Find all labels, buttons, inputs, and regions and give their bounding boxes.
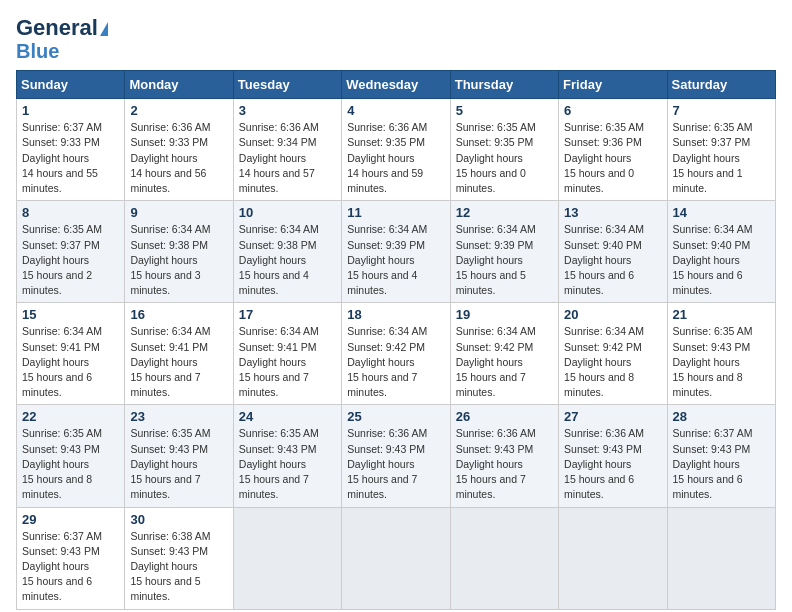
day-info: Sunrise: 6:34 AMSunset: 9:40 PMDaylight …: [564, 222, 661, 298]
day-number: 5: [456, 103, 553, 118]
calendar-cell: 8Sunrise: 6:35 AMSunset: 9:37 PMDaylight…: [17, 201, 125, 303]
day-info: Sunrise: 6:35 AMSunset: 9:43 PMDaylight …: [22, 426, 119, 502]
day-number: 10: [239, 205, 336, 220]
day-number: 19: [456, 307, 553, 322]
calendar-cell: 28Sunrise: 6:37 AMSunset: 9:43 PMDayligh…: [667, 405, 775, 507]
day-number: 6: [564, 103, 661, 118]
day-info: Sunrise: 6:36 AMSunset: 9:33 PMDaylight …: [130, 120, 227, 196]
calendar-cell: 26Sunrise: 6:36 AMSunset: 9:43 PMDayligh…: [450, 405, 558, 507]
calendar-cell: 15Sunrise: 6:34 AMSunset: 9:41 PMDayligh…: [17, 303, 125, 405]
weekday-header-cell: Wednesday: [342, 71, 450, 99]
calendar-table: SundayMondayTuesdayWednesdayThursdayFrid…: [16, 70, 776, 609]
day-number: 16: [130, 307, 227, 322]
day-info: Sunrise: 6:35 AMSunset: 9:37 PMDaylight …: [673, 120, 770, 196]
day-number: 26: [456, 409, 553, 424]
day-number: 3: [239, 103, 336, 118]
day-number: 28: [673, 409, 770, 424]
day-number: 9: [130, 205, 227, 220]
day-number: 27: [564, 409, 661, 424]
day-info: Sunrise: 6:38 AMSunset: 9:43 PMDaylight …: [130, 529, 227, 605]
calendar-week-row: 1Sunrise: 6:37 AMSunset: 9:33 PMDaylight…: [17, 99, 776, 201]
calendar-cell: 22Sunrise: 6:35 AMSunset: 9:43 PMDayligh…: [17, 405, 125, 507]
day-number: 22: [22, 409, 119, 424]
calendar-cell: [342, 507, 450, 609]
calendar-cell: 17Sunrise: 6:34 AMSunset: 9:41 PMDayligh…: [233, 303, 341, 405]
calendar-week-row: 22Sunrise: 6:35 AMSunset: 9:43 PMDayligh…: [17, 405, 776, 507]
day-info: Sunrise: 6:36 AMSunset: 9:43 PMDaylight …: [456, 426, 553, 502]
logo-text: General: [16, 16, 108, 40]
calendar-cell: 19Sunrise: 6:34 AMSunset: 9:42 PMDayligh…: [450, 303, 558, 405]
day-info: Sunrise: 6:34 AMSunset: 9:39 PMDaylight …: [456, 222, 553, 298]
day-number: 15: [22, 307, 119, 322]
day-info: Sunrise: 6:35 AMSunset: 9:43 PMDaylight …: [130, 426, 227, 502]
weekday-header-cell: Sunday: [17, 71, 125, 99]
calendar-cell: 2Sunrise: 6:36 AMSunset: 9:33 PMDaylight…: [125, 99, 233, 201]
day-info: Sunrise: 6:35 AMSunset: 9:35 PMDaylight …: [456, 120, 553, 196]
day-number: 2: [130, 103, 227, 118]
day-number: 4: [347, 103, 444, 118]
weekday-header-cell: Friday: [559, 71, 667, 99]
calendar-cell: 1Sunrise: 6:37 AMSunset: 9:33 PMDaylight…: [17, 99, 125, 201]
day-info: Sunrise: 6:34 AMSunset: 9:42 PMDaylight …: [347, 324, 444, 400]
day-number: 21: [673, 307, 770, 322]
day-info: Sunrise: 6:36 AMSunset: 9:34 PMDaylight …: [239, 120, 336, 196]
day-number: 14: [673, 205, 770, 220]
calendar-cell: 5Sunrise: 6:35 AMSunset: 9:35 PMDaylight…: [450, 99, 558, 201]
calendar-cell: 10Sunrise: 6:34 AMSunset: 9:38 PMDayligh…: [233, 201, 341, 303]
logo: General Blue: [16, 16, 108, 62]
weekday-header-cell: Saturday: [667, 71, 775, 99]
day-info: Sunrise: 6:34 AMSunset: 9:41 PMDaylight …: [239, 324, 336, 400]
day-info: Sunrise: 6:37 AMSunset: 9:33 PMDaylight …: [22, 120, 119, 196]
calendar-cell: [450, 507, 558, 609]
day-info: Sunrise: 6:36 AMSunset: 9:43 PMDaylight …: [347, 426, 444, 502]
day-number: 23: [130, 409, 227, 424]
calendar-cell: 13Sunrise: 6:34 AMSunset: 9:40 PMDayligh…: [559, 201, 667, 303]
calendar-cell: 21Sunrise: 6:35 AMSunset: 9:43 PMDayligh…: [667, 303, 775, 405]
day-info: Sunrise: 6:37 AMSunset: 9:43 PMDaylight …: [22, 529, 119, 605]
calendar-cell: 3Sunrise: 6:36 AMSunset: 9:34 PMDaylight…: [233, 99, 341, 201]
day-number: 20: [564, 307, 661, 322]
calendar-cell: 16Sunrise: 6:34 AMSunset: 9:41 PMDayligh…: [125, 303, 233, 405]
weekday-header-cell: Thursday: [450, 71, 558, 99]
calendar-cell: 27Sunrise: 6:36 AMSunset: 9:43 PMDayligh…: [559, 405, 667, 507]
day-info: Sunrise: 6:34 AMSunset: 9:38 PMDaylight …: [239, 222, 336, 298]
day-info: Sunrise: 6:34 AMSunset: 9:40 PMDaylight …: [673, 222, 770, 298]
day-info: Sunrise: 6:35 AMSunset: 9:36 PMDaylight …: [564, 120, 661, 196]
day-info: Sunrise: 6:35 AMSunset: 9:37 PMDaylight …: [22, 222, 119, 298]
calendar-cell: 18Sunrise: 6:34 AMSunset: 9:42 PMDayligh…: [342, 303, 450, 405]
day-number: 8: [22, 205, 119, 220]
calendar-cell: 4Sunrise: 6:36 AMSunset: 9:35 PMDaylight…: [342, 99, 450, 201]
day-info: Sunrise: 6:34 AMSunset: 9:41 PMDaylight …: [22, 324, 119, 400]
day-number: 25: [347, 409, 444, 424]
day-number: 30: [130, 512, 227, 527]
day-number: 7: [673, 103, 770, 118]
day-number: 13: [564, 205, 661, 220]
day-number: 18: [347, 307, 444, 322]
day-info: Sunrise: 6:34 AMSunset: 9:41 PMDaylight …: [130, 324, 227, 400]
calendar-cell: 25Sunrise: 6:36 AMSunset: 9:43 PMDayligh…: [342, 405, 450, 507]
weekday-header-cell: Tuesday: [233, 71, 341, 99]
day-info: Sunrise: 6:37 AMSunset: 9:43 PMDaylight …: [673, 426, 770, 502]
calendar-cell: 7Sunrise: 6:35 AMSunset: 9:37 PMDaylight…: [667, 99, 775, 201]
calendar-cell: 30Sunrise: 6:38 AMSunset: 9:43 PMDayligh…: [125, 507, 233, 609]
calendar-cell: 23Sunrise: 6:35 AMSunset: 9:43 PMDayligh…: [125, 405, 233, 507]
day-info: Sunrise: 6:34 AMSunset: 9:38 PMDaylight …: [130, 222, 227, 298]
calendar-cell: [559, 507, 667, 609]
day-number: 24: [239, 409, 336, 424]
weekday-header-cell: Monday: [125, 71, 233, 99]
day-info: Sunrise: 6:34 AMSunset: 9:39 PMDaylight …: [347, 222, 444, 298]
page-header: General Blue: [16, 16, 776, 62]
day-info: Sunrise: 6:35 AMSunset: 9:43 PMDaylight …: [239, 426, 336, 502]
calendar-cell: [233, 507, 341, 609]
day-info: Sunrise: 6:36 AMSunset: 9:35 PMDaylight …: [347, 120, 444, 196]
calendar-cell: 12Sunrise: 6:34 AMSunset: 9:39 PMDayligh…: [450, 201, 558, 303]
day-number: 29: [22, 512, 119, 527]
day-number: 17: [239, 307, 336, 322]
day-number: 11: [347, 205, 444, 220]
day-info: Sunrise: 6:34 AMSunset: 9:42 PMDaylight …: [564, 324, 661, 400]
calendar-week-row: 29Sunrise: 6:37 AMSunset: 9:43 PMDayligh…: [17, 507, 776, 609]
calendar-cell: 11Sunrise: 6:34 AMSunset: 9:39 PMDayligh…: [342, 201, 450, 303]
calendar-cell: 9Sunrise: 6:34 AMSunset: 9:38 PMDaylight…: [125, 201, 233, 303]
calendar-week-row: 15Sunrise: 6:34 AMSunset: 9:41 PMDayligh…: [17, 303, 776, 405]
calendar-cell: 14Sunrise: 6:34 AMSunset: 9:40 PMDayligh…: [667, 201, 775, 303]
